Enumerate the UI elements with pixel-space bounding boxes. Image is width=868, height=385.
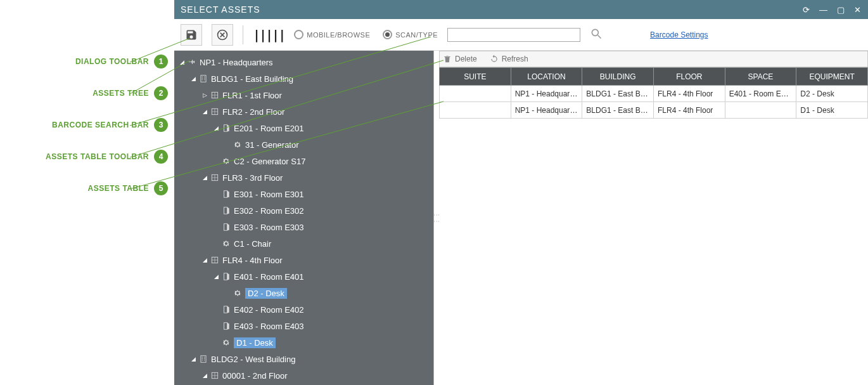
table-cell: FLR4 - 4th Floor (653, 86, 725, 102)
tree-node[interactable]: ◢FLR4 - 4th Floor (174, 252, 433, 268)
tree-node[interactable]: ◢FLR3 - 3rd Floor (174, 169, 433, 186)
table-cell: BLDG1 - East Building (582, 86, 654, 102)
assets-tree[interactable]: ◢NP1 - Headquarters◢BLDG1 - East Buildin… (174, 51, 434, 385)
svg-rect-11 (202, 77, 203, 77)
svg-rect-12 (204, 77, 205, 77)
tree-toggle-icon[interactable]: ◢ (201, 174, 208, 181)
table-cell: NP1 - Headquarters (511, 102, 582, 119)
svg-rect-23 (224, 125, 227, 132)
svg-rect-28 (224, 207, 227, 214)
svg-rect-29 (224, 224, 227, 231)
gear-icon (222, 157, 231, 166)
tree-label: C2 - Generator S17 (234, 157, 305, 166)
tree-toggle-icon[interactable]: ◢ (201, 108, 208, 115)
tree-node[interactable]: E301 - Room E301 (174, 186, 433, 202)
tree-label: D1 - Desk (234, 337, 276, 348)
delete-button[interactable]: Delete (443, 55, 477, 63)
tree-toggle-icon[interactable]: ◢ (212, 125, 220, 131)
tree-node[interactable]: ▷FLR1 - 1st Floor (174, 87, 433, 103)
tree-node[interactable]: ◢BLDG1 - East Building (174, 70, 433, 87)
callout-badge: 2 (154, 86, 168, 100)
callout-item: ASSETS TABLE 5 (0, 181, 168, 195)
callout-item: DIALOG TOOLBAR 1 (0, 55, 168, 69)
tree-node[interactable]: E303 - Room E303 (174, 219, 433, 235)
radio-mobile-browse[interactable]: MOBILE/BROWSE (294, 30, 370, 39)
svg-rect-34 (224, 306, 227, 313)
door-icon (222, 190, 231, 199)
tree-node[interactable]: D2 - Desk (174, 285, 433, 301)
table-cell: E401 - Room E401 (725, 86, 796, 102)
tree-node[interactable]: C1 - Chair (174, 235, 433, 252)
tree-toggle-icon[interactable]: ◢ (189, 356, 197, 362)
svg-point-8 (592, 29, 598, 36)
tree-node[interactable]: C2 - Generator S17 (174, 153, 433, 169)
toolbar-separator (243, 25, 243, 44)
building-icon (199, 355, 208, 363)
column-header[interactable]: LOCATION (511, 68, 582, 86)
tree-label: E201 - Room E201 (234, 124, 304, 133)
tree-toggle-icon[interactable]: ◢ (201, 372, 208, 379)
app-window: SELECT ASSETS ⟳ — ▢ ✕ ||||| MOBILE/BROWS… (174, 0, 868, 385)
tree-toggle-icon[interactable]: ◢ (201, 257, 208, 263)
tree-node[interactable]: ◢NP1 - Headquarters (174, 54, 433, 70)
search-icon (590, 27, 603, 40)
callout-label: BARCODE SEARCH BAR (52, 121, 149, 129)
assets-table: SUITELOCATIONBUILDINGFLOORSPACEEQUIPMENT… (439, 67, 868, 119)
tree-toggle-icon[interactable]: ▷ (201, 92, 208, 98)
refresh-button[interactable]: Refresh (490, 55, 528, 63)
column-header[interactable]: SPACE (725, 68, 796, 86)
close-icon[interactable]: ✕ (854, 5, 862, 15)
svg-rect-15 (202, 79, 203, 80)
tree-toggle-icon[interactable]: ◢ (178, 59, 186, 65)
callout-badge: 3 (154, 118, 168, 132)
table-row[interactable]: NP1 - HeadquartersBLDG1 - East BuildingF… (440, 86, 868, 102)
tree-label: 31 - Generator (245, 140, 299, 150)
table-row[interactable]: NP1 - HeadquartersBLDG1 - East BuildingF… (440, 102, 868, 119)
column-header[interactable]: FLOOR (653, 68, 725, 86)
tree-toggle-icon[interactable]: ◢ (212, 273, 220, 280)
cancel-button[interactable] (212, 24, 233, 46)
door-icon (222, 223, 231, 232)
callout-item: BARCODE SEARCH BAR 3 (0, 118, 168, 132)
radio-scan-type[interactable]: SCAN/TYPE (383, 30, 438, 39)
tree-node[interactable]: E403 - Room E403 (174, 318, 433, 334)
refresh-icon (490, 55, 499, 63)
tree-label: FLR4 - 4th Floor (222, 256, 283, 265)
tree-toggle-icon[interactable]: ◢ (189, 75, 197, 82)
sync-icon[interactable]: ⟳ (803, 5, 810, 15)
svg-rect-13 (202, 78, 203, 79)
tree-node[interactable]: ◢BLDG2 - West Building (174, 351, 433, 367)
column-header[interactable]: EQUIPMENT (796, 68, 868, 86)
svg-rect-27 (224, 191, 227, 198)
tree-node[interactable]: ◢E401 - Room E401 (174, 268, 433, 285)
save-button[interactable] (181, 24, 202, 46)
tree-node[interactable]: D1 - Desk (174, 334, 433, 351)
tree-node[interactable]: ◢00001 - 2nd Floor (174, 367, 433, 384)
door-icon (222, 272, 231, 281)
tree-node[interactable]: ◢FLR2 - 2nd Floor (174, 103, 433, 120)
barcode-search-input[interactable] (447, 28, 580, 42)
tree-label: E303 - Room E303 (234, 223, 304, 232)
barcode-settings-link[interactable]: Barcode Settings (650, 30, 708, 39)
tree-node[interactable]: E302 - Room E302 (174, 202, 433, 219)
assets-table-toolbar: Delete Refresh (439, 51, 868, 67)
svg-rect-16 (204, 79, 205, 80)
tree-node[interactable]: E402 - Room E402 (174, 301, 433, 318)
building-icon (199, 74, 208, 83)
column-header[interactable]: BUILDING (582, 68, 654, 86)
splitter[interactable]: ⋮⋮ (434, 51, 439, 385)
tree-node[interactable]: ◢E201 - Room E201 (174, 120, 433, 136)
maximize-icon[interactable]: ▢ (837, 5, 845, 15)
tree-node[interactable]: 31 - Generator (174, 136, 433, 153)
trash-icon (443, 55, 452, 63)
tree-label: 00001 - 2nd Floor (222, 371, 288, 381)
callout-label: ASSETS TABLE TOOLBAR (46, 152, 149, 161)
search-button[interactable] (590, 27, 603, 42)
radio-label: SCAN/TYPE (395, 31, 438, 39)
minimize-icon[interactable]: — (819, 5, 828, 15)
gear-icon (233, 289, 242, 297)
svg-rect-40 (204, 358, 205, 359)
tree-label: E302 - Room E302 (234, 206, 304, 216)
column-header[interactable]: SUITE (440, 68, 511, 86)
door-icon (222, 206, 231, 215)
